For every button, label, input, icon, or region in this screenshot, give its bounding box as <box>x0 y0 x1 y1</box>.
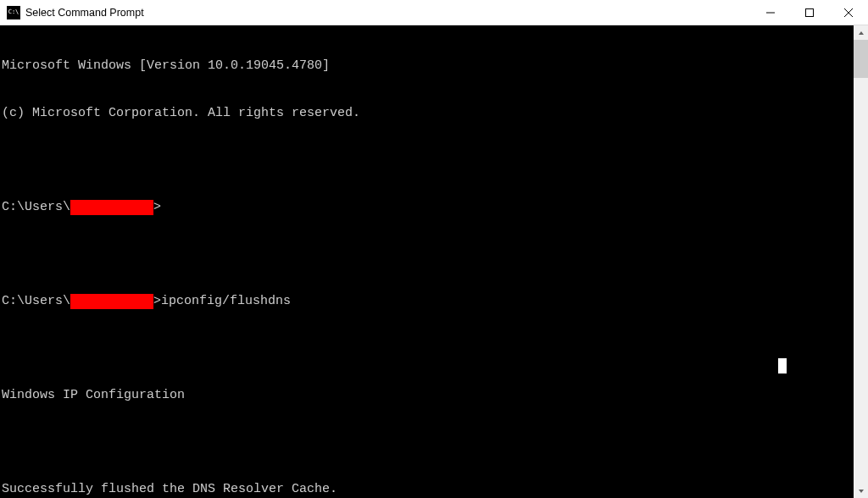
close-button[interactable] <box>829 0 868 25</box>
terminal-content[interactable]: Microsoft Windows [Version 10.0.19045.47… <box>0 25 854 498</box>
window-controls <box>751 0 868 25</box>
scroll-track[interactable] <box>854 40 868 484</box>
mouse-text-cursor <box>778 358 787 374</box>
terminal-line: (c) Microsoft Corporation. All rights re… <box>2 106 360 122</box>
window-title: Select Command Prompt <box>25 7 144 19</box>
prompt-suffix: > <box>153 294 161 310</box>
titlebar[interactable]: Select Command Prompt <box>0 0 868 25</box>
maximize-icon <box>805 8 814 17</box>
svg-marker-4 <box>859 31 864 35</box>
output-message: Successfully flushed the DNS Resolver Ca… <box>2 482 337 498</box>
minimize-icon <box>766 8 775 17</box>
redacted-username <box>70 200 153 215</box>
scroll-down-button[interactable] <box>854 484 868 498</box>
prompt-prefix: C:\Users\ <box>2 200 70 216</box>
terminal-line: Microsoft Windows [Version 10.0.19045.47… <box>2 58 330 75</box>
command-text: ipconfig/flushdns <box>161 294 291 310</box>
scroll-up-button[interactable] <box>854 25 868 40</box>
minimize-button[interactable] <box>751 0 790 25</box>
vertical-scrollbar[interactable] <box>854 25 868 498</box>
scroll-thumb[interactable] <box>854 40 868 78</box>
svg-marker-5 <box>859 490 864 493</box>
prompt-prefix: C:\Users\ <box>2 294 70 310</box>
prompt-suffix: > <box>153 200 161 216</box>
terminal-area[interactable]: Microsoft Windows [Version 10.0.19045.47… <box>0 25 868 498</box>
close-icon <box>844 8 853 17</box>
maximize-button[interactable] <box>790 0 829 25</box>
output-header: Windows IP Configuration <box>2 388 185 404</box>
svg-rect-1 <box>806 8 814 16</box>
chevron-up-icon <box>858 30 865 36</box>
chevron-down-icon <box>858 488 865 495</box>
redacted-username <box>70 294 153 309</box>
cmd-icon <box>7 6 20 19</box>
